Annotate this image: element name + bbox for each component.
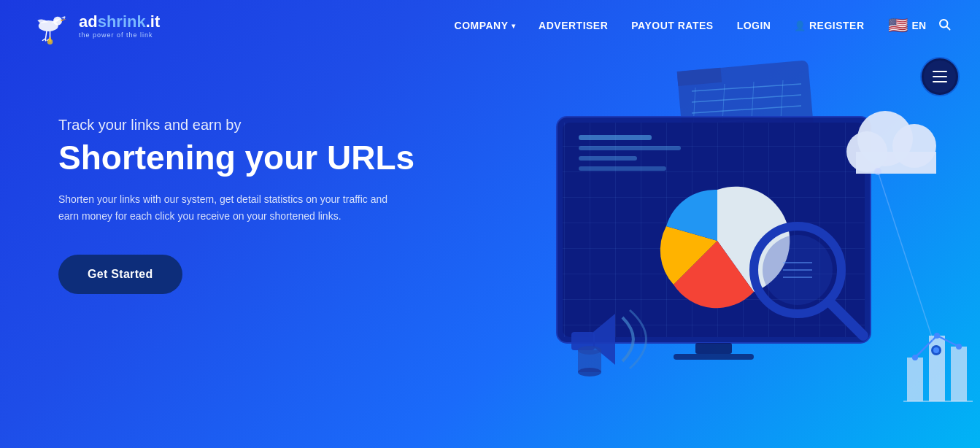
nav-link-advertiser[interactable]: ADVERTISER bbox=[539, 20, 608, 31]
hero-title: Shortening your URLs bbox=[58, 139, 482, 177]
svg-rect-44 bbox=[907, 358, 923, 401]
nav-link-payout-rates[interactable]: PAYOUT RATES bbox=[631, 20, 713, 31]
nav-link-register[interactable]: 👤 REGISTER bbox=[794, 20, 864, 31]
nav-item-payout-rates[interactable]: PAYOUT RATES bbox=[631, 19, 713, 32]
logo-name-text: adshrink.it bbox=[79, 12, 160, 31]
nav-link-login[interactable]: LOGIN bbox=[737, 20, 771, 31]
logo-tagline: the power of the link bbox=[79, 31, 160, 39]
chevron-down-icon: ▾ bbox=[512, 22, 516, 30]
hero-description: Shorten your links with our system, get … bbox=[58, 191, 401, 226]
svg-rect-28 bbox=[579, 156, 637, 161]
svg-rect-46 bbox=[951, 347, 967, 401]
svg-rect-55 bbox=[695, 343, 732, 354]
svg-rect-9 bbox=[49, 37, 51, 42]
svg-point-54 bbox=[933, 347, 939, 353]
nav-item-company[interactable]: COMPANY ▾ bbox=[455, 20, 516, 31]
flag-icon: 🇺🇸 bbox=[888, 16, 908, 35]
svg-line-11 bbox=[946, 26, 949, 29]
hero-background: adshrink.it the power of the link COMPAN… bbox=[0, 0, 980, 448]
nav-item-advertiser[interactable]: ADVERTISER bbox=[539, 19, 608, 32]
svg-line-51 bbox=[878, 171, 936, 350]
illustration-svg bbox=[411, 44, 980, 448]
language-selector[interactable]: 🇺🇸 EN bbox=[888, 16, 926, 35]
svg-rect-27 bbox=[579, 146, 681, 150]
nav-item-register[interactable]: 👤 REGISTER bbox=[794, 20, 864, 31]
navbar: adshrink.it the power of the link COMPAN… bbox=[0, 0, 980, 51]
nav-link-company[interactable]: COMPANY ▾ bbox=[455, 20, 516, 31]
svg-point-49 bbox=[934, 333, 940, 339]
svg-rect-29 bbox=[579, 166, 666, 171]
language-code: EN bbox=[912, 20, 926, 31]
nav-item-login[interactable]: LOGIN bbox=[737, 19, 771, 32]
svg-rect-26 bbox=[579, 135, 652, 140]
svg-rect-56 bbox=[674, 354, 754, 360]
svg-point-48 bbox=[912, 355, 918, 360]
logo[interactable]: adshrink.it the power of the link bbox=[29, 6, 160, 46]
search-icon[interactable] bbox=[938, 18, 951, 34]
hero-content: Track your links and earn by Shortening … bbox=[58, 117, 482, 294]
logo-text: adshrink.it the power of the link bbox=[79, 12, 160, 39]
hero-illustration bbox=[411, 44, 980, 448]
svg-point-50 bbox=[956, 344, 962, 349]
svg-line-2 bbox=[46, 31, 47, 39]
hero-subtitle: Track your links and earn by bbox=[58, 117, 482, 134]
get-started-button[interactable]: Get Started bbox=[58, 255, 182, 294]
person-icon: 👤 bbox=[794, 20, 806, 31]
hamburger-menu-button[interactable] bbox=[922, 58, 958, 95]
svg-rect-43 bbox=[856, 152, 936, 174]
nav-links: COMPANY ▾ ADVERTISER PAYOUT RATES LOGIN bbox=[455, 19, 865, 32]
logo-bird-icon bbox=[29, 6, 73, 46]
svg-point-39 bbox=[578, 368, 601, 376]
svg-point-52 bbox=[874, 168, 881, 175]
